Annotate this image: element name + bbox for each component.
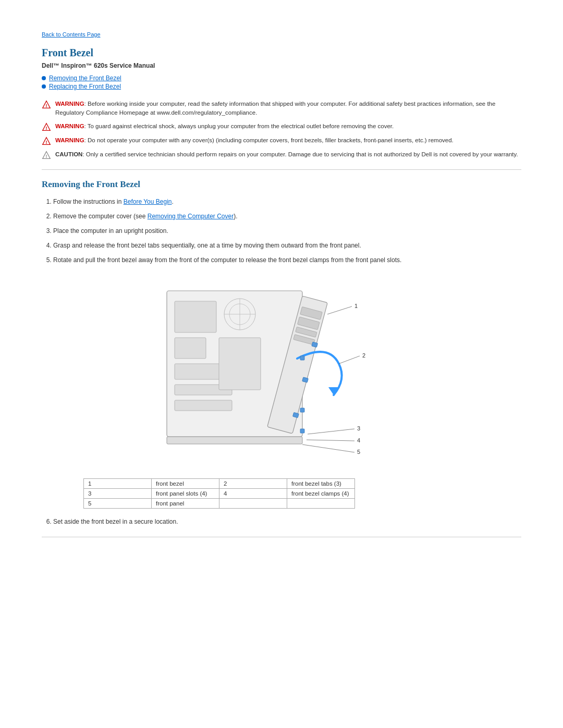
svg-rect-9 bbox=[175, 301, 216, 332]
svg-line-30 bbox=[308, 429, 354, 434]
toc-item-removing: Removing the Front Bezel bbox=[42, 75, 521, 82]
svg-rect-14 bbox=[219, 338, 261, 390]
toc-link-replacing[interactable]: Replacing the Front Bezel bbox=[49, 83, 121, 90]
part-label-2: front bezel tabs (3) bbox=[287, 478, 355, 488]
warning-label-3: WARNING bbox=[55, 137, 84, 143]
warning-text-3: Do not operate your computer with any co… bbox=[88, 137, 454, 143]
toc-link-removing[interactable]: Removing the Front Bezel bbox=[49, 75, 121, 82]
table-row-2: 3 front panel slots (4) 4 front bezel cl… bbox=[84, 488, 355, 498]
warning-1: ! WARNING: Before working inside your co… bbox=[42, 100, 521, 118]
part-num-6 bbox=[219, 498, 287, 508]
caution-icon-1: ! bbox=[42, 151, 51, 160]
svg-rect-13 bbox=[175, 400, 232, 411]
step-5: Rotate and pull the front bezel away fro… bbox=[53, 255, 521, 265]
diagram-container: 1 2 3 4 5 bbox=[42, 275, 521, 468]
svg-line-31 bbox=[307, 440, 354, 441]
svg-text:!: ! bbox=[46, 153, 47, 158]
part-label-6 bbox=[287, 498, 355, 508]
warning-text-2: To guard against electrical shock, alway… bbox=[88, 123, 394, 129]
part-num-1: 1 bbox=[84, 478, 152, 488]
parts-table: 1 front bezel 2 front bezel tabs (3) 3 f… bbox=[83, 478, 355, 509]
divider-1 bbox=[42, 169, 521, 170]
label-2: 2 bbox=[362, 352, 365, 359]
label-1: 1 bbox=[354, 303, 358, 309]
warning-label-2: WARNING bbox=[55, 123, 84, 129]
svg-line-29 bbox=[339, 356, 360, 364]
before-you-begin-link[interactable]: Before You Begin bbox=[124, 198, 172, 205]
part-num-4: 4 bbox=[219, 488, 287, 498]
divider-2 bbox=[42, 537, 521, 537]
step-3: Place the computer in an upright positio… bbox=[53, 226, 521, 236]
warning-3: ! WARNING: Do not operate your computer … bbox=[42, 136, 521, 146]
step-6-list: Set aside the front bezel in a secure lo… bbox=[53, 517, 521, 526]
part-num-2: 2 bbox=[219, 478, 287, 488]
svg-line-28 bbox=[327, 306, 352, 314]
caution-label-1: CAUTION bbox=[55, 151, 82, 157]
label-3: 3 bbox=[357, 425, 360, 431]
svg-rect-36 bbox=[167, 437, 302, 444]
label-4: 4 bbox=[357, 437, 360, 443]
label-5: 5 bbox=[357, 449, 360, 455]
part-label-4: front bezel clamps (4) bbox=[287, 488, 355, 498]
part-label-5: front panel bbox=[152, 498, 219, 508]
svg-rect-10 bbox=[175, 338, 206, 359]
table-row-1: 1 front bezel 2 front bezel tabs (3) bbox=[84, 478, 355, 488]
toc-list: Removing the Front Bezel Replacing the F… bbox=[42, 75, 521, 90]
page-title: Front Bezel bbox=[42, 47, 521, 59]
part-num-3: 3 bbox=[84, 488, 152, 498]
svg-rect-33 bbox=[300, 356, 304, 360]
toc-item-replacing: Replacing the Front Bezel bbox=[42, 83, 521, 90]
warning-icon-1: ! bbox=[42, 100, 51, 109]
removing-cover-link[interactable]: Removing the Computer Cover bbox=[148, 213, 234, 220]
svg-text:!: ! bbox=[46, 125, 47, 130]
back-to-contents-link[interactable]: Back to Contents Page bbox=[42, 31, 521, 38]
svg-line-32 bbox=[302, 445, 354, 452]
svg-text:!: ! bbox=[46, 139, 47, 144]
part-label-1: front bezel bbox=[152, 478, 219, 488]
section-title-removing: Removing the Front Bezel bbox=[42, 179, 521, 190]
part-label-3: front panel slots (4) bbox=[152, 488, 219, 498]
warning-text-1: Before working inside your computer, rea… bbox=[55, 101, 495, 116]
step-2: Remove the computer cover (see Removing … bbox=[53, 212, 521, 221]
warning-icon-3: ! bbox=[42, 137, 51, 146]
step-1: Follow the instructions in Before You Be… bbox=[53, 197, 521, 206]
steps-list: Follow the instructions in Before You Be… bbox=[53, 197, 521, 265]
step-6: Set aside the front bezel in a secure lo… bbox=[53, 517, 521, 526]
svg-rect-34 bbox=[300, 408, 304, 412]
warning-2: ! WARNING: To guard against electrical s… bbox=[42, 122, 521, 132]
svg-text:!: ! bbox=[46, 103, 47, 108]
warning-label-1: WARNING bbox=[55, 101, 84, 107]
computer-diagram: 1 2 3 4 5 bbox=[136, 275, 427, 468]
caution-1: ! CAUTION: Only a certified service tech… bbox=[42, 150, 521, 160]
part-num-5: 5 bbox=[84, 498, 152, 508]
page-subtitle: Dell™ Inspiron™ 620s Service Manual bbox=[42, 62, 521, 69]
warnings-container: ! WARNING: Before working inside your co… bbox=[42, 100, 521, 160]
caution-text-1: Only a certified service technician shou… bbox=[86, 151, 518, 157]
svg-rect-35 bbox=[300, 429, 304, 433]
table-row-3: 5 front panel bbox=[84, 498, 355, 508]
warning-icon-2: ! bbox=[42, 122, 51, 132]
step-4: Grasp and release the front bezel tabs s… bbox=[53, 241, 521, 250]
